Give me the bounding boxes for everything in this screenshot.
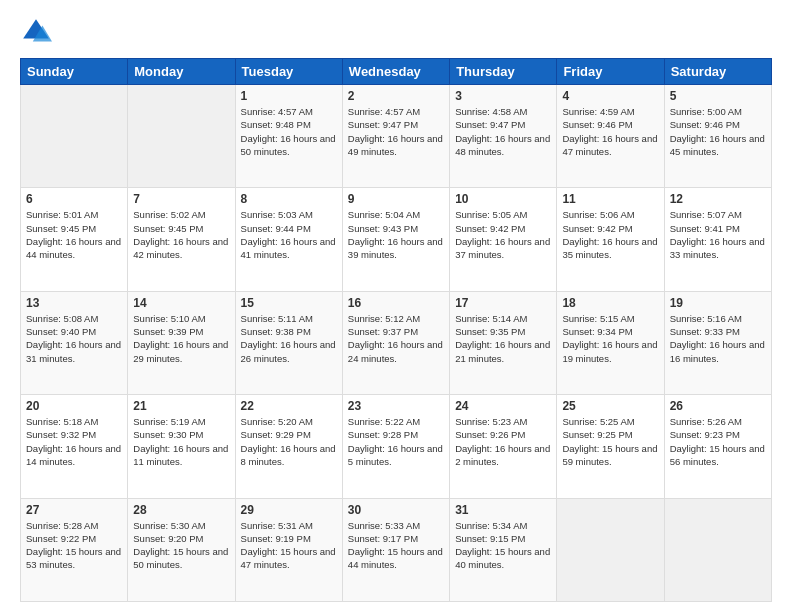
day-info: Sunrise: 5:22 AM Sunset: 9:28 PM Dayligh… — [348, 415, 444, 468]
day-info: Sunrise: 5:20 AM Sunset: 9:29 PM Dayligh… — [241, 415, 337, 468]
day-info: Sunrise: 5:19 AM Sunset: 9:30 PM Dayligh… — [133, 415, 229, 468]
calendar-cell: 24Sunrise: 5:23 AM Sunset: 9:26 PM Dayli… — [450, 395, 557, 498]
day-info: Sunrise: 5:15 AM Sunset: 9:34 PM Dayligh… — [562, 312, 658, 365]
day-number: 17 — [455, 296, 551, 310]
calendar-cell: 29Sunrise: 5:31 AM Sunset: 9:19 PM Dayli… — [235, 498, 342, 601]
day-number: 20 — [26, 399, 122, 413]
day-info: Sunrise: 5:28 AM Sunset: 9:22 PM Dayligh… — [26, 519, 122, 572]
calendar-cell: 11Sunrise: 5:06 AM Sunset: 9:42 PM Dayli… — [557, 188, 664, 291]
calendar-cell: 3Sunrise: 4:58 AM Sunset: 9:47 PM Daylig… — [450, 85, 557, 188]
day-info: Sunrise: 5:02 AM Sunset: 9:45 PM Dayligh… — [133, 208, 229, 261]
day-number: 2 — [348, 89, 444, 103]
calendar-cell — [21, 85, 128, 188]
logo-icon — [20, 16, 52, 48]
day-number: 18 — [562, 296, 658, 310]
day-info: Sunrise: 5:01 AM Sunset: 9:45 PM Dayligh… — [26, 208, 122, 261]
calendar-cell: 30Sunrise: 5:33 AM Sunset: 9:17 PM Dayli… — [342, 498, 449, 601]
day-info: Sunrise: 5:06 AM Sunset: 9:42 PM Dayligh… — [562, 208, 658, 261]
day-number: 12 — [670, 192, 766, 206]
day-info: Sunrise: 5:26 AM Sunset: 9:23 PM Dayligh… — [670, 415, 766, 468]
day-number: 11 — [562, 192, 658, 206]
day-number: 6 — [26, 192, 122, 206]
day-info: Sunrise: 5:31 AM Sunset: 9:19 PM Dayligh… — [241, 519, 337, 572]
day-info: Sunrise: 5:30 AM Sunset: 9:20 PM Dayligh… — [133, 519, 229, 572]
calendar-cell: 26Sunrise: 5:26 AM Sunset: 9:23 PM Dayli… — [664, 395, 771, 498]
calendar-header-thursday: Thursday — [450, 59, 557, 85]
calendar-cell: 4Sunrise: 4:59 AM Sunset: 9:46 PM Daylig… — [557, 85, 664, 188]
calendar-header-sunday: Sunday — [21, 59, 128, 85]
day-number: 19 — [670, 296, 766, 310]
calendar-header-monday: Monday — [128, 59, 235, 85]
day-number: 7 — [133, 192, 229, 206]
day-info: Sunrise: 5:10 AM Sunset: 9:39 PM Dayligh… — [133, 312, 229, 365]
calendar-header-tuesday: Tuesday — [235, 59, 342, 85]
day-number: 23 — [348, 399, 444, 413]
calendar-cell: 23Sunrise: 5:22 AM Sunset: 9:28 PM Dayli… — [342, 395, 449, 498]
day-number: 29 — [241, 503, 337, 517]
calendar-cell: 7Sunrise: 5:02 AM Sunset: 9:45 PM Daylig… — [128, 188, 235, 291]
calendar-header-wednesday: Wednesday — [342, 59, 449, 85]
day-number: 24 — [455, 399, 551, 413]
calendar-cell: 9Sunrise: 5:04 AM Sunset: 9:43 PM Daylig… — [342, 188, 449, 291]
calendar-cell — [128, 85, 235, 188]
day-info: Sunrise: 5:11 AM Sunset: 9:38 PM Dayligh… — [241, 312, 337, 365]
calendar-cell: 2Sunrise: 4:57 AM Sunset: 9:47 PM Daylig… — [342, 85, 449, 188]
day-info: Sunrise: 5:05 AM Sunset: 9:42 PM Dayligh… — [455, 208, 551, 261]
calendar-cell: 18Sunrise: 5:15 AM Sunset: 9:34 PM Dayli… — [557, 291, 664, 394]
day-info: Sunrise: 5:25 AM Sunset: 9:25 PM Dayligh… — [562, 415, 658, 468]
calendar-cell — [664, 498, 771, 601]
day-info: Sunrise: 5:16 AM Sunset: 9:33 PM Dayligh… — [670, 312, 766, 365]
day-number: 30 — [348, 503, 444, 517]
calendar-cell: 1Sunrise: 4:57 AM Sunset: 9:48 PM Daylig… — [235, 85, 342, 188]
day-number: 13 — [26, 296, 122, 310]
day-info: Sunrise: 5:12 AM Sunset: 9:37 PM Dayligh… — [348, 312, 444, 365]
day-info: Sunrise: 5:04 AM Sunset: 9:43 PM Dayligh… — [348, 208, 444, 261]
calendar-cell: 8Sunrise: 5:03 AM Sunset: 9:44 PM Daylig… — [235, 188, 342, 291]
calendar-week-4: 20Sunrise: 5:18 AM Sunset: 9:32 PM Dayli… — [21, 395, 772, 498]
calendar-header-friday: Friday — [557, 59, 664, 85]
day-number: 8 — [241, 192, 337, 206]
calendar-cell: 16Sunrise: 5:12 AM Sunset: 9:37 PM Dayli… — [342, 291, 449, 394]
calendar-cell: 12Sunrise: 5:07 AM Sunset: 9:41 PM Dayli… — [664, 188, 771, 291]
calendar-cell: 31Sunrise: 5:34 AM Sunset: 9:15 PM Dayli… — [450, 498, 557, 601]
calendar-header-row: SundayMondayTuesdayWednesdayThursdayFrid… — [21, 59, 772, 85]
calendar-cell: 5Sunrise: 5:00 AM Sunset: 9:46 PM Daylig… — [664, 85, 771, 188]
calendar-cell — [557, 498, 664, 601]
header — [20, 16, 772, 48]
day-info: Sunrise: 4:58 AM Sunset: 9:47 PM Dayligh… — [455, 105, 551, 158]
day-info: Sunrise: 5:00 AM Sunset: 9:46 PM Dayligh… — [670, 105, 766, 158]
calendar-week-2: 6Sunrise: 5:01 AM Sunset: 9:45 PM Daylig… — [21, 188, 772, 291]
calendar-cell: 27Sunrise: 5:28 AM Sunset: 9:22 PM Dayli… — [21, 498, 128, 601]
day-number: 27 — [26, 503, 122, 517]
day-info: Sunrise: 4:57 AM Sunset: 9:48 PM Dayligh… — [241, 105, 337, 158]
day-info: Sunrise: 5:03 AM Sunset: 9:44 PM Dayligh… — [241, 208, 337, 261]
calendar-week-1: 1Sunrise: 4:57 AM Sunset: 9:48 PM Daylig… — [21, 85, 772, 188]
day-number: 10 — [455, 192, 551, 206]
day-info: Sunrise: 5:23 AM Sunset: 9:26 PM Dayligh… — [455, 415, 551, 468]
calendar-week-3: 13Sunrise: 5:08 AM Sunset: 9:40 PM Dayli… — [21, 291, 772, 394]
day-info: Sunrise: 5:33 AM Sunset: 9:17 PM Dayligh… — [348, 519, 444, 572]
day-number: 15 — [241, 296, 337, 310]
calendar-header-saturday: Saturday — [664, 59, 771, 85]
calendar-cell: 14Sunrise: 5:10 AM Sunset: 9:39 PM Dayli… — [128, 291, 235, 394]
calendar-week-5: 27Sunrise: 5:28 AM Sunset: 9:22 PM Dayli… — [21, 498, 772, 601]
day-info: Sunrise: 5:34 AM Sunset: 9:15 PM Dayligh… — [455, 519, 551, 572]
day-number: 5 — [670, 89, 766, 103]
day-info: Sunrise: 5:08 AM Sunset: 9:40 PM Dayligh… — [26, 312, 122, 365]
day-number: 21 — [133, 399, 229, 413]
day-number: 28 — [133, 503, 229, 517]
day-number: 3 — [455, 89, 551, 103]
calendar-cell: 10Sunrise: 5:05 AM Sunset: 9:42 PM Dayli… — [450, 188, 557, 291]
day-info: Sunrise: 5:14 AM Sunset: 9:35 PM Dayligh… — [455, 312, 551, 365]
day-number: 14 — [133, 296, 229, 310]
calendar-cell: 17Sunrise: 5:14 AM Sunset: 9:35 PM Dayli… — [450, 291, 557, 394]
day-number: 26 — [670, 399, 766, 413]
day-number: 16 — [348, 296, 444, 310]
calendar-cell: 20Sunrise: 5:18 AM Sunset: 9:32 PM Dayli… — [21, 395, 128, 498]
day-info: Sunrise: 5:07 AM Sunset: 9:41 PM Dayligh… — [670, 208, 766, 261]
calendar-cell: 22Sunrise: 5:20 AM Sunset: 9:29 PM Dayli… — [235, 395, 342, 498]
day-info: Sunrise: 4:59 AM Sunset: 9:46 PM Dayligh… — [562, 105, 658, 158]
calendar-table: SundayMondayTuesdayWednesdayThursdayFrid… — [20, 58, 772, 602]
calendar-cell: 15Sunrise: 5:11 AM Sunset: 9:38 PM Dayli… — [235, 291, 342, 394]
day-number: 1 — [241, 89, 337, 103]
